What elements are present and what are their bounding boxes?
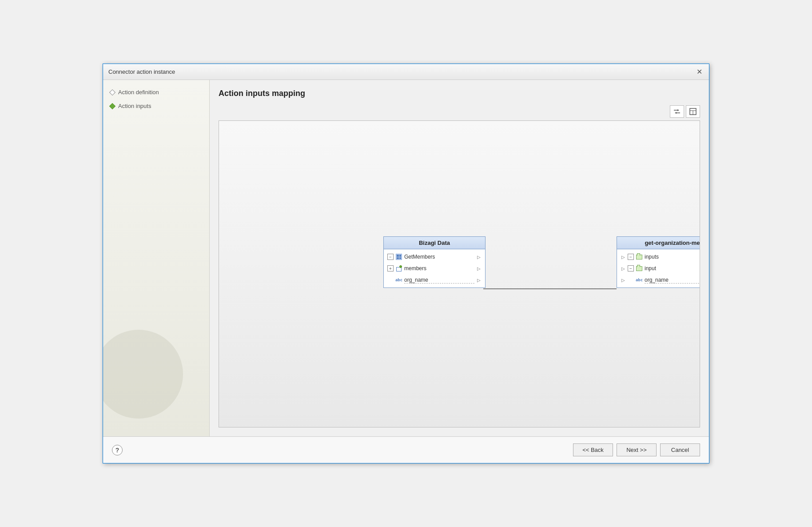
right-arrow-icon: ▷ — [476, 277, 482, 283]
bizagi-data-rows: − GetMembers — [384, 249, 485, 287]
org-members-rows: ▷ − inputs ▷ − — [617, 249, 700, 287]
org-members-box: get-organization-members ▷ − inputs — [617, 236, 700, 288]
back-button[interactable]: << Back — [573, 443, 613, 456]
row-orgname-left: abc org_name ▷ — [384, 274, 485, 286]
sidebar: Action definition Action inputs — [103, 80, 210, 436]
page-title: Action inputs mapping — [219, 89, 700, 98]
right-arrow-icon: ▷ — [476, 254, 482, 260]
left-arrow-icon: ▷ — [621, 254, 626, 260]
footer: ? << Back Next >> Cancel — [103, 436, 709, 463]
main-content: Action inputs mapping — [210, 80, 709, 436]
row-getmembers: − GetMembers — [384, 251, 485, 263]
left-arrow-icon: ▷ — [621, 277, 626, 283]
svg-marker-3 — [675, 112, 677, 114]
dialog-title: Connector action instance — [108, 68, 175, 75]
sidebar-item-label: Action inputs — [118, 103, 151, 109]
diamond-icon — [109, 89, 115, 95]
sidebar-item-label: Action definition — [118, 89, 159, 96]
mapping-canvas: Bizagi Data − — [219, 121, 700, 427]
obj-icon — [395, 265, 402, 272]
help-button[interactable]: ? — [112, 445, 123, 455]
folder-icon — [636, 265, 643, 272]
cancel-button[interactable]: Cancel — [660, 443, 700, 456]
layout-icon — [689, 108, 697, 116]
mapping-toolbar — [219, 105, 700, 118]
svg-marker-1 — [677, 109, 679, 111]
footer-left: ? — [112, 445, 123, 455]
row-label: input — [645, 265, 700, 271]
row-label: org_name — [404, 277, 474, 283]
sidebar-item-action-inputs[interactable]: Action inputs — [110, 103, 202, 109]
org-members-header: get-organization-members — [617, 237, 700, 249]
left-arrow-icon: ▷ — [621, 266, 626, 271]
row-input: ▷ − input — [617, 263, 700, 274]
sidebar-item-action-definition[interactable]: Action definition — [110, 89, 202, 96]
row-orgname-right: ▷ abc org_name — [617, 274, 700, 286]
row-label: org_name — [645, 277, 700, 283]
diamond-icon-active — [109, 103, 115, 109]
bizagi-data-box: Bizagi Data − — [383, 236, 486, 288]
footer-right: << Back Next >> Cancel — [573, 443, 700, 456]
row-label: inputs — [645, 254, 700, 260]
close-button[interactable]: ✕ — [695, 68, 704, 76]
layout-button[interactable] — [686, 105, 700, 118]
row-label: members — [404, 265, 474, 271]
next-button[interactable]: Next >> — [617, 443, 657, 456]
table-icon — [395, 253, 402, 260]
expand-icon[interactable]: − — [628, 265, 634, 271]
folder-icon — [636, 253, 643, 260]
expand-icon[interactable]: + — [387, 265, 394, 271]
dialog-body: Action definition Action inputs Action i… — [103, 80, 709, 436]
map-view-button[interactable] — [670, 105, 684, 118]
right-arrow-icon: ▷ — [476, 266, 482, 271]
row-members: + members ▷ — [384, 263, 485, 274]
row-inputs: ▷ − inputs — [617, 251, 700, 263]
abc-icon: abc — [395, 276, 402, 283]
bizagi-data-header: Bizagi Data — [384, 237, 485, 249]
map-icon — [673, 108, 681, 116]
row-label: GetMembers — [404, 254, 474, 260]
expand-icon[interactable]: − — [387, 254, 394, 260]
connector-action-dialog: Connector action instance ✕ Action defin… — [103, 64, 709, 463]
abc-icon: abc — [636, 276, 643, 283]
title-bar: Connector action instance ✕ — [103, 64, 709, 80]
expand-icon[interactable]: − — [628, 254, 634, 260]
mapping-area[interactable]: Bizagi Data − — [219, 120, 700, 427]
